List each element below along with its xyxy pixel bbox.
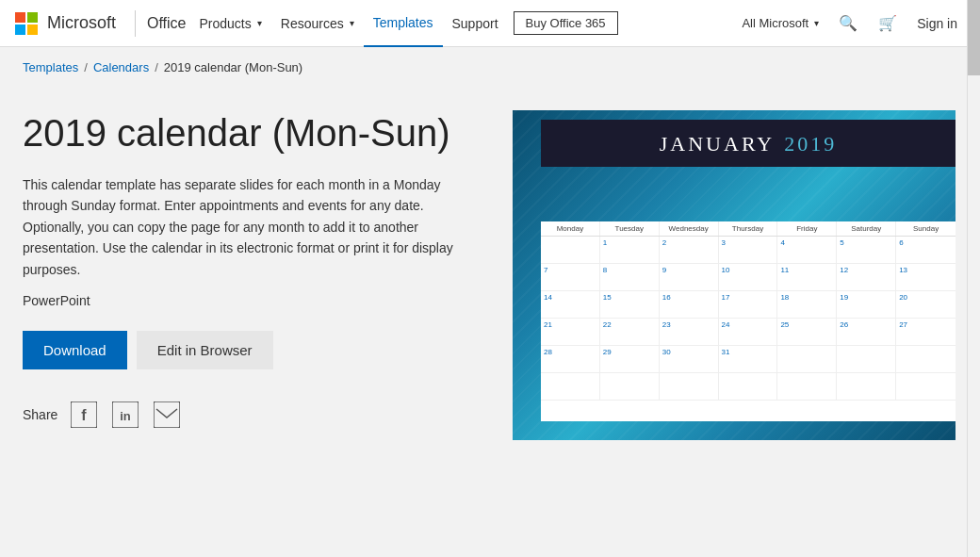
all-microsoft-menu[interactable]: All Microsoft ▾ xyxy=(734,0,826,47)
calendar-grid: Monday Tuesday Wednesday Thursday Friday… xyxy=(541,221,956,421)
products-chevron-icon: ▾ xyxy=(257,18,262,28)
calendar-preview: January 2019 Monday Tuesday Wednesday Th… xyxy=(513,110,956,440)
calendar-weeks: 1 2 3 4 5 6 7 8 9 10 11 12 xyxy=(541,237,956,401)
cal-cell: 24 xyxy=(719,319,778,345)
search-button[interactable]: 🔍 xyxy=(830,0,866,47)
calendar-year-title: 2019 xyxy=(784,132,837,156)
cal-cell: 5 xyxy=(837,237,896,263)
facebook-share-button[interactable]: f xyxy=(69,400,99,430)
cal-cell: 3 xyxy=(719,237,778,263)
calendar-month-title: January xyxy=(660,132,775,156)
day-thursday: Thursday xyxy=(719,221,778,236)
right-panel: January 2019 Monday Tuesday Wednesday Th… xyxy=(513,110,957,502)
table-row: 28 29 30 31 xyxy=(541,346,956,373)
edit-in-browser-button[interactable]: Edit in Browser xyxy=(137,331,273,369)
cal-cell: 7 xyxy=(541,264,600,290)
day-wednesday: Wednesday xyxy=(660,221,719,236)
cal-cell: 18 xyxy=(777,291,837,318)
email-share-button[interactable] xyxy=(152,400,182,430)
svg-rect-8 xyxy=(154,401,180,428)
scrollbar[interactable] xyxy=(967,0,980,540)
cal-cell: 23 xyxy=(660,319,719,345)
cal-cell: 8 xyxy=(600,264,660,290)
cal-cell: 11 xyxy=(777,264,837,290)
cal-cell: 19 xyxy=(837,291,896,318)
cal-cell: 13 xyxy=(896,264,956,290)
resources-chevron-icon: ▾ xyxy=(350,18,354,28)
cal-cell xyxy=(777,346,837,372)
search-icon: 🔍 xyxy=(839,14,858,32)
cal-cell xyxy=(600,373,660,400)
cal-cell: 15 xyxy=(600,291,660,318)
table-row: 7 8 9 10 11 12 13 xyxy=(541,264,956,291)
breadcrumb-calendars-link[interactable]: Calendars xyxy=(93,60,149,74)
cal-cell xyxy=(541,373,600,400)
svg-rect-3 xyxy=(27,25,38,35)
ms-logo-icon xyxy=(15,12,38,35)
nav-right-group: All Microsoft ▾ 🔍 🛒 Sign in xyxy=(734,0,965,47)
page-title: 2019 calendar (Mon-Sun) xyxy=(23,110,475,156)
breadcrumb: Templates / Calendars / 2019 calendar (M… xyxy=(0,47,980,88)
download-button[interactable]: Download xyxy=(23,331,127,369)
breadcrumb-current: 2019 calendar (Mon-Sun) xyxy=(164,60,302,74)
cal-cell: 21 xyxy=(541,319,600,345)
cal-cell: 14 xyxy=(541,291,600,318)
nav-office-link[interactable]: Office xyxy=(147,15,187,32)
table-row: 1 2 3 4 5 6 xyxy=(541,237,956,264)
main-content: 2019 calendar (Mon-Sun) This calendar te… xyxy=(0,88,980,540)
share-row: Share f in xyxy=(23,400,475,430)
svg-rect-0 xyxy=(15,12,25,23)
nav-divider xyxy=(135,10,136,37)
cal-cell xyxy=(660,373,719,400)
day-monday: Monday xyxy=(541,221,600,236)
cal-cell: 28 xyxy=(541,346,600,372)
day-sunday: Sunday xyxy=(896,221,956,236)
svg-text:in: in xyxy=(121,409,132,423)
calendar-header: January 2019 xyxy=(541,120,956,167)
svg-rect-2 xyxy=(15,25,25,35)
day-saturday: Saturday xyxy=(837,221,896,236)
all-ms-chevron-icon: ▾ xyxy=(814,18,819,28)
scrollbar-thumb[interactable] xyxy=(968,0,980,75)
table-row: 21 22 23 24 25 26 27 xyxy=(541,319,956,346)
facebook-icon: f xyxy=(71,401,97,428)
cal-cell: 9 xyxy=(660,264,719,290)
signin-button[interactable]: Sign in xyxy=(909,0,965,47)
email-icon xyxy=(154,401,180,428)
linkedin-share-button[interactable]: in xyxy=(110,400,140,430)
cal-cell xyxy=(837,346,896,372)
cal-cell: 17 xyxy=(719,291,778,318)
nav-support[interactable]: Support xyxy=(443,0,508,47)
linkedin-icon: in xyxy=(112,401,139,428)
table-row: 14 15 16 17 18 19 20 xyxy=(541,291,956,319)
breadcrumb-templates-link[interactable]: Templates xyxy=(23,60,78,74)
svg-rect-1 xyxy=(27,12,38,23)
breadcrumb-sep-1: / xyxy=(84,60,88,74)
cal-cell xyxy=(777,373,837,400)
cal-cell: 26 xyxy=(837,319,896,345)
cal-cell xyxy=(719,373,778,400)
cal-cell: 16 xyxy=(660,291,719,318)
nav-resources[interactable]: Resources ▾ xyxy=(271,0,364,47)
cal-cell: 12 xyxy=(837,264,896,290)
nav-products[interactable]: Products ▾ xyxy=(190,0,271,47)
buy-office-button[interactable]: Buy Office 365 xyxy=(514,11,618,35)
cart-button[interactable]: 🛒 xyxy=(870,0,906,47)
left-panel: 2019 calendar (Mon-Sun) This calendar te… xyxy=(23,110,475,502)
cal-cell: 20 xyxy=(896,291,956,318)
cal-cell: 30 xyxy=(660,346,719,372)
day-tuesday: Tuesday xyxy=(600,221,660,236)
cal-cell: 25 xyxy=(777,319,837,345)
app-name: PowerPoint xyxy=(23,293,475,308)
page-description: This calendar template has separate slid… xyxy=(23,174,475,280)
cal-cell: 31 xyxy=(719,346,778,372)
nav-templates[interactable]: Templates xyxy=(364,0,443,47)
cart-icon: 🛒 xyxy=(878,14,897,32)
cal-cell xyxy=(837,373,896,400)
cal-cell: 2 xyxy=(660,237,719,263)
microsoft-logo[interactable]: Microsoft xyxy=(15,12,116,35)
cal-cell: 27 xyxy=(896,319,956,345)
cal-cell xyxy=(896,373,956,400)
cal-cell: 22 xyxy=(600,319,660,345)
share-label: Share xyxy=(23,407,57,422)
